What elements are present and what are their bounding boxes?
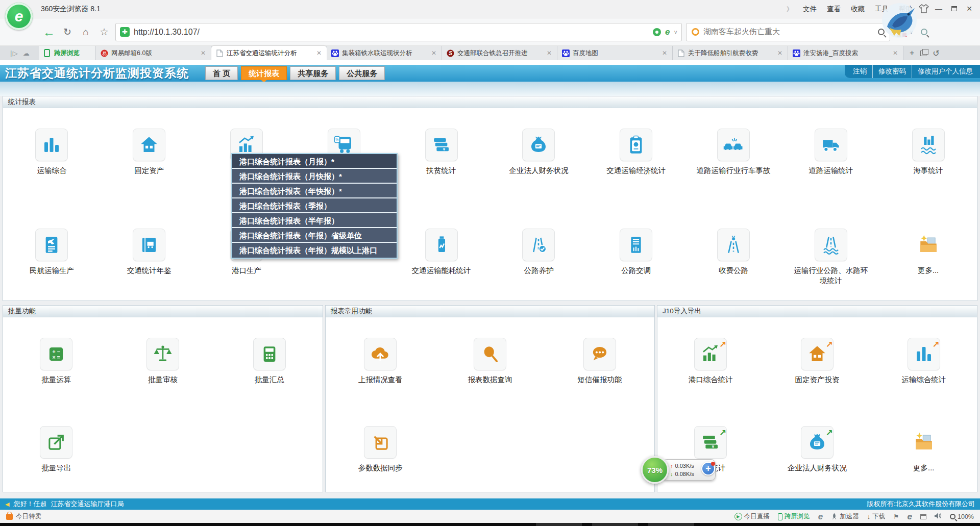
tab-close-icon[interactable]: ✕: [315, 49, 323, 57]
close-button[interactable]: ✕: [962, 3, 977, 15]
tab-cross-screen[interactable]: 跨屏浏览: [39, 46, 96, 60]
stat-item[interactable]: 企业法人财务状况: [490, 129, 587, 229]
stat-tile[interactable]: [133, 129, 165, 161]
zoom-control[interactable]: 100%: [950, 513, 974, 520]
tab-close-icon[interactable]: ✕: [430, 49, 437, 57]
tab-close-icon[interactable]: ✕: [546, 49, 553, 57]
search-suggestion-text[interactable]: 湖南客车起火伤亡重大: [703, 27, 878, 37]
live-today-button[interactable]: ▶今日直播: [734, 512, 770, 521]
nav-stat-reports[interactable]: 统计报表: [241, 66, 287, 80]
stat-tile[interactable]: [815, 229, 847, 261]
back-button[interactable]: ←: [41, 24, 57, 40]
stat-tile[interactable]: [815, 129, 847, 161]
tab-scroll-icon[interactable]: ∣▷: [9, 49, 18, 57]
tab-netease-mail[interactable]: 易 网易邮箱6.0版 ✕: [96, 46, 211, 60]
ie-mode-icon[interactable]: e: [818, 512, 823, 522]
bookmark-star-button[interactable]: ☆: [96, 24, 112, 40]
j10-tile[interactable]: ↗: [694, 338, 727, 370]
batch-tile[interactable]: [253, 338, 286, 370]
stat-tile[interactable]: [35, 129, 68, 161]
j10-tile[interactable]: [908, 426, 940, 459]
menu-view[interactable]: 查看: [827, 5, 841, 14]
tab-moc-news[interactable]: S 交通部联合铁总召开推进 ✕: [442, 46, 557, 60]
search-box[interactable]: 湖南客车起火伤亡重大: [686, 23, 890, 41]
stat-item[interactable]: 道路运输行业行车事故: [685, 129, 782, 229]
menu-item-annual-provincial[interactable]: 港口综合统计报表（年报）省级单位: [232, 228, 397, 243]
stat-tile[interactable]: [425, 229, 458, 261]
url-text[interactable]: http://10.1.30.107/: [134, 28, 653, 37]
report-item[interactable]: 报表数据查询: [435, 338, 545, 426]
stat-tile[interactable]: [912, 129, 945, 161]
site-safety-shield-icon[interactable]: ✚: [120, 27, 130, 37]
batch-tile[interactable]: [40, 426, 72, 459]
360-wheel-icon[interactable]: [653, 28, 661, 36]
accelerate-plus-button[interactable]: +: [701, 462, 715, 475]
stat-tile[interactable]: [620, 229, 652, 261]
tab-close-icon[interactable]: ✕: [892, 49, 899, 57]
stat-tile[interactable]: ¥: [717, 229, 750, 261]
batch-item[interactable]: + −× =批量运算: [3, 338, 110, 426]
cross-screen-button[interactable]: 跨屏浏览: [778, 512, 810, 521]
j10-tile[interactable]: ¥↗: [694, 426, 727, 459]
stat-item[interactable]: ¥扶贫统计: [393, 129, 490, 229]
j10-tile[interactable]: ↗: [801, 338, 834, 370]
tab-container-rail[interactable]: 集装箱铁水联运现状分析 ✕: [327, 46, 442, 60]
browser-engine-icon[interactable]: e: [908, 512, 912, 522]
speaker-icon[interactable]: [935, 513, 942, 520]
stat-tile[interactable]: [522, 129, 555, 161]
j10-tile[interactable]: ↗: [801, 426, 834, 459]
report-tile[interactable]: [364, 338, 397, 370]
window-layout-icon[interactable]: [920, 514, 926, 519]
menu-item-semiannual[interactable]: 港口综合统计报表（半年报）: [232, 213, 397, 228]
stat-tile[interactable]: ¥: [425, 129, 458, 161]
menu-item-annual-large-ports[interactable]: 港口综合统计报表（年报）规模以上港口: [232, 243, 397, 258]
stat-item[interactable]: 固定资产: [101, 129, 198, 229]
menu-favorites[interactable]: 收藏: [851, 5, 865, 14]
address-bar[interactable]: ✚ http://10.1.30.107/ e ˅: [115, 23, 682, 41]
stat-tile[interactable]: [620, 129, 652, 161]
restore-button[interactable]: [946, 3, 962, 15]
stat-item[interactable]: 海事统计: [879, 129, 977, 229]
tab-jiangsu-stats[interactable]: 江苏省交通运输统计分析 ✕: [211, 46, 327, 60]
compat-mode-icon[interactable]: e: [665, 27, 670, 37]
memory-percent-ball[interactable]: 73%: [641, 456, 669, 484]
menu-expander-icon[interactable]: 》: [787, 5, 793, 14]
tab-huaian-search[interactable]: 淮安扬港_百度搜索 ✕: [788, 46, 903, 60]
j10-item[interactable]: ↗港口综合统计: [657, 338, 764, 426]
refresh-button[interactable]: ↻: [59, 24, 76, 40]
menu-item-monthly[interactable]: 港口综合统计报表（月报）*: [232, 154, 397, 169]
j10-item[interactable]: ↗运输综合统计: [870, 338, 977, 426]
minimize-button[interactable]: —: [931, 3, 946, 15]
mode-dropdown-icon[interactable]: ˅: [674, 29, 677, 35]
stat-tile[interactable]: [35, 229, 68, 261]
tab-list-icon[interactable]: [920, 51, 926, 56]
stat-tile[interactable]: [133, 229, 165, 261]
batch-tile[interactable]: [146, 338, 179, 370]
nav-shared-services[interactable]: 共享服务: [290, 66, 336, 80]
stat-item[interactable]: 运输综合: [3, 129, 101, 229]
search-engine-icon[interactable]: [692, 28, 699, 36]
batch-tile[interactable]: + −× =: [40, 338, 72, 370]
download-button[interactable]: ↓下载: [867, 512, 886, 521]
booster-button[interactable]: 加速器: [831, 512, 859, 521]
new-tab-button[interactable]: +: [910, 48, 914, 58]
tab-close-icon[interactable]: ✕: [200, 49, 207, 57]
batch-item[interactable]: 批量审核: [110, 338, 216, 426]
menu-item-monthly-flash[interactable]: 港口综合统计报表（月快报）*: [232, 169, 397, 184]
stat-item[interactable]: 道路运输统计: [782, 129, 879, 229]
deals-bag-icon[interactable]: [6, 514, 13, 520]
batch-item[interactable]: 批量汇总: [216, 338, 323, 426]
tab-baidu-map[interactable]: 百度地图 ✕: [557, 46, 673, 60]
speed-widget[interactable]: ↑0.03K/s ↓0.08K/s + 73%: [641, 455, 723, 486]
menu-item-quarterly[interactable]: 港口综合统计报表（季报）: [232, 198, 397, 213]
deals-link[interactable]: 今日特卖: [16, 512, 41, 521]
report-tile[interactable]: [364, 426, 397, 459]
report-item[interactable]: 短信催报功能: [545, 338, 654, 426]
tab-pilotage-fee[interactable]: 关于降低船舶引航费收费 ✕: [673, 46, 788, 60]
collapse-footer-icon[interactable]: ◀: [5, 501, 9, 508]
cloud-sync-icon[interactable]: ☁: [23, 49, 30, 57]
stat-item[interactable]: 交通运输经济统计: [587, 129, 685, 229]
report-tile[interactable]: [474, 338, 506, 370]
find-login-icon[interactable]: [921, 29, 927, 35]
flag-icon[interactable]: ⚑: [893, 513, 899, 520]
